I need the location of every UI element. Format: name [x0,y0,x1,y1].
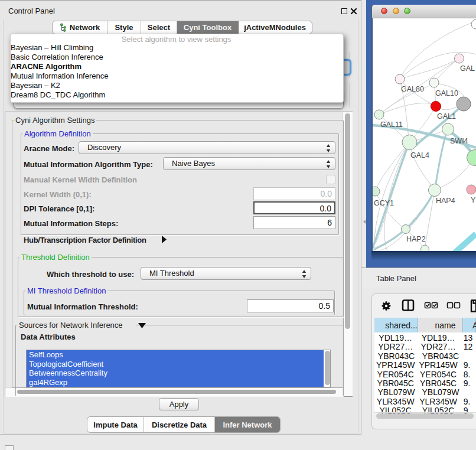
svg-text:Y: Y [471,196,476,204]
svg-text:GAL: GAL [460,64,475,73]
svg-text:GCY1: GCY1 [374,199,394,207]
svg-text:GAL80: GAL80 [401,85,424,93]
svg-text:HAP2: HAP2 [406,235,426,243]
svg-text:GAL10: GAL10 [435,89,458,97]
svg-text:HAP4: HAP4 [436,197,455,205]
svg-text:GAL1: GAL1 [437,112,456,120]
svg-text:GAL4: GAL4 [410,151,429,159]
svg-text:SWI4: SWI4 [450,137,468,145]
svg-text:GAL11: GAL11 [380,120,403,129]
